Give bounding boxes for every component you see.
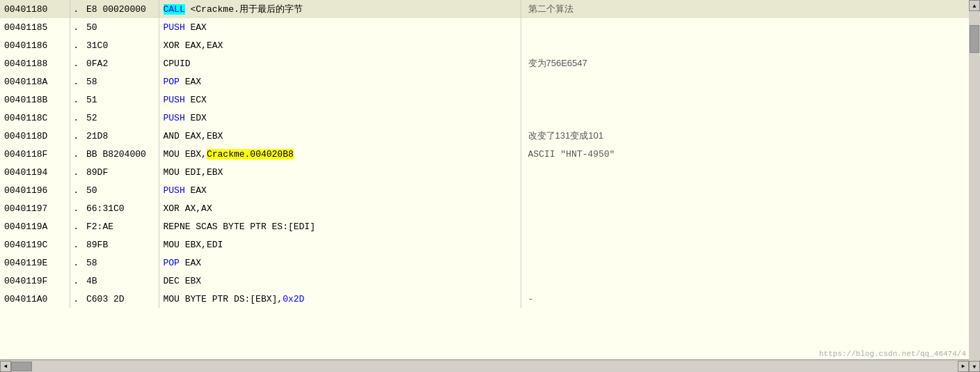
- table-row[interactable]: 004011A0.C603 2DMOU BYTE PTR DS:[EBX],0x…: [0, 290, 969, 308]
- cell-comment: ASCII "HNT-4950": [521, 145, 969, 163]
- table-row[interactable]: 00401185.50PUSH EAX: [0, 18, 969, 36]
- table-row[interactable]: 00401197.66:31C0XOR AX,AX: [0, 199, 969, 217]
- scroll-right-button[interactable]: ►: [958, 361, 969, 372]
- table-row[interactable]: 00401188.0FA2CPUID变为756E6547: [0, 54, 969, 72]
- cell-addr: 004011A0: [0, 290, 70, 308]
- cell-dot: .: [70, 163, 82, 181]
- cell-comment: 变为756E6547: [521, 54, 969, 72]
- cell-dot: .: [70, 109, 82, 127]
- table-row[interactable]: 0040118F.BB B8204000MOU EBX,Crackme.0040…: [0, 145, 969, 163]
- disasm-token: PUSH: [164, 22, 185, 33]
- cell-disasm: CPUID: [159, 54, 521, 72]
- scroll-left-button[interactable]: ◄: [0, 361, 11, 372]
- disasm-token: EDX: [185, 113, 207, 123]
- table-row[interactable]: 00401196.50PUSH EAX: [0, 181, 969, 199]
- cell-disasm: AND EAX,EBX: [159, 127, 521, 145]
- cell-bytes: 58: [82, 254, 159, 272]
- cell-dot: .: [70, 217, 82, 235]
- cell-bytes: BB B8204000: [82, 145, 159, 163]
- cell-dot: .: [70, 18, 82, 36]
- cell-dot: .: [70, 181, 82, 199]
- cell-disasm: MOU EBX,Crackme.004020B8: [159, 145, 521, 163]
- disasm-token: ECX: [185, 95, 207, 105]
- cell-disasm: XOR EAX,EAX: [159, 36, 521, 54]
- disasm-token: POP: [164, 77, 180, 87]
- cell-comment: [521, 18, 969, 36]
- cell-bytes: 89FB: [82, 235, 159, 254]
- cell-dot: .: [70, 54, 82, 72]
- disasm-token: PUSH: [164, 185, 185, 196]
- cell-disasm: XOR AX,AX: [159, 199, 521, 217]
- cell-disasm: MOU EBX,EDI: [159, 235, 521, 254]
- cell-disasm: MOU BYTE PTR DS:[EBX],0x2D: [159, 290, 521, 308]
- table-row[interactable]: 00401186.31C0XOR EAX,EAX: [0, 36, 969, 54]
- cell-addr: 0040118D: [0, 127, 70, 145]
- cell-addr: 0040119A: [0, 217, 70, 235]
- cell-addr: 00401180: [0, 0, 70, 18]
- cell-bytes: 31C0: [82, 36, 159, 54]
- cell-bytes: C603 2D: [82, 290, 159, 308]
- cell-comment: 改变了131变成101: [521, 127, 969, 145]
- scroll-thumb[interactable]: [970, 25, 979, 53]
- disasm-token: 0x2D: [283, 294, 304, 304]
- table-row[interactable]: 0040119E.58POP EAX: [0, 254, 969, 272]
- cell-addr: 0040118B: [0, 91, 70, 109]
- cell-dot: .: [70, 272, 82, 290]
- cell-dot: .: [70, 235, 82, 254]
- table-row[interactable]: 00401194.89DFMOU EDI,EBX: [0, 163, 969, 181]
- cell-dot: .: [70, 0, 82, 18]
- cell-bytes: 21D8: [82, 127, 159, 145]
- cell-addr: 0040118C: [0, 109, 70, 127]
- cell-bytes: 50: [82, 18, 159, 36]
- cell-addr: 0040119C: [0, 235, 70, 254]
- cell-comment: [521, 72, 969, 91]
- table-row[interactable]: 0040118A.58POP EAX: [0, 72, 969, 91]
- cell-addr: 00401185: [0, 18, 70, 36]
- disasm-token: XOR EAX,EAX: [164, 40, 223, 51]
- table-row[interactable]: 0040119A.F2:AEREPNE SCAS BYTE PTR ES:[ED…: [0, 217, 969, 235]
- cell-addr: 00401194: [0, 163, 70, 181]
- horizontal-scrollbar[interactable]: ◄ ►: [0, 359, 969, 372]
- cell-addr: 00401197: [0, 199, 70, 217]
- h-scroll-thumb[interactable]: [11, 362, 32, 371]
- cell-disasm: DEC EBX: [159, 272, 521, 290]
- vertical-scrollbar[interactable]: ▲ ▼: [969, 0, 980, 372]
- cell-dot: .: [70, 199, 82, 217]
- table-row[interactable]: 0040118C.52PUSH EDX: [0, 109, 969, 127]
- table-row[interactable]: 0040119F.4BDEC EBX: [0, 272, 969, 290]
- cell-comment: [521, 181, 969, 199]
- disasm-token: <Crackme.用于最后的字节: [185, 4, 303, 15]
- table-row[interactable]: 0040119C.89FBMOU EBX,EDI: [0, 235, 969, 254]
- cell-addr: 0040118A: [0, 72, 70, 91]
- table-row[interactable]: 0040118D.21D8AND EAX,EBX改变了131变成101: [0, 127, 969, 145]
- scroll-down-button[interactable]: ▼: [969, 361, 980, 372]
- disasm-token: AND EAX,EBX: [164, 131, 223, 141]
- cell-bytes: 52: [82, 109, 159, 127]
- cell-bytes: 0FA2: [82, 54, 159, 72]
- disasm-token: EAX: [180, 258, 201, 268]
- disasm-token: MOU EDI,EBX: [164, 167, 223, 178]
- cell-disasm: PUSH ECX: [159, 91, 521, 109]
- cell-dot: .: [70, 36, 82, 54]
- cell-comment: [521, 199, 969, 217]
- cell-bytes: 51: [82, 91, 159, 109]
- cell-addr: 0040119E: [0, 254, 70, 272]
- table-row[interactable]: 0040118B.51PUSH ECX: [0, 91, 969, 109]
- cell-bytes: 89DF: [82, 163, 159, 181]
- table-row[interactable]: 00401180.E8 00020000CALL <Crackme.用于最后的字…: [0, 0, 969, 18]
- disasm-token: POP: [164, 258, 180, 268]
- cell-dot: .: [70, 91, 82, 109]
- cell-disasm: POP EAX: [159, 72, 521, 91]
- cell-comment: [521, 163, 969, 181]
- disasm-token: Crackme.004020B8: [207, 149, 294, 160]
- scroll-up-button[interactable]: ▲: [969, 0, 980, 11]
- cell-comment: [521, 36, 969, 54]
- disasm-token: MOU BYTE PTR DS:[EBX],: [164, 294, 283, 304]
- disasm-token: MOU EBX,EDI: [164, 240, 223, 250]
- cell-dot: .: [70, 290, 82, 308]
- watermark: https://blog.csdn.net/qq_46474/4: [819, 350, 966, 358]
- disasm-token: PUSH: [164, 95, 185, 105]
- disasm-token: CALL: [164, 4, 185, 15]
- cell-comment: -: [521, 290, 969, 308]
- cell-addr: 00401196: [0, 181, 70, 199]
